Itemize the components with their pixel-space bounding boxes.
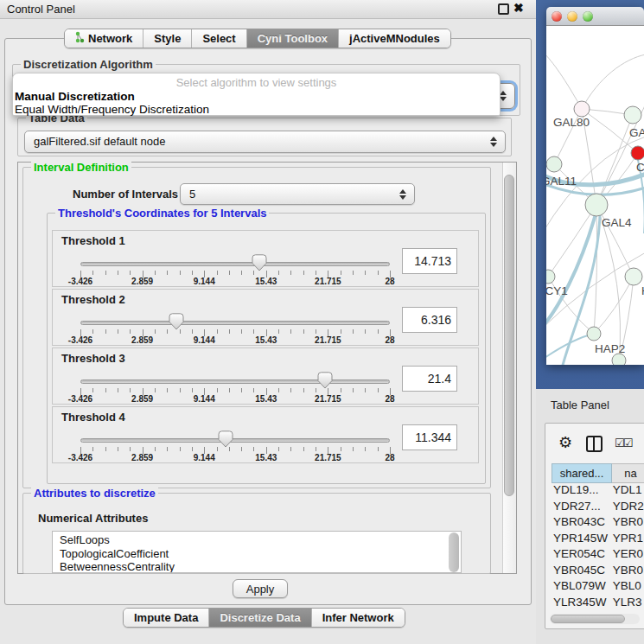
table-row[interactable]: YBR043CYBR0 (552, 515, 644, 532)
threshold-label: Threshold 2 (61, 293, 125, 306)
node-label-c: C (636, 161, 644, 174)
threshold-panel-4: Threshold 4-3.4262.8599.14415.4321.71528… (52, 406, 479, 463)
threshold-value-field[interactable]: 6.316 (402, 307, 457, 333)
cell-shared-name: YDL19... (552, 483, 613, 500)
slider-thumb[interactable] (317, 372, 333, 389)
slider-thumb[interactable] (218, 430, 233, 448)
table-row[interactable]: YBR045CYBR0 (552, 564, 644, 580)
threshold-value-field[interactable]: 14.713 (402, 248, 457, 274)
network-node-GAL11[interactable] (546, 156, 562, 172)
slider-track[interactable] (80, 438, 390, 443)
table-scrollbar-thumb[interactable] (551, 615, 625, 623)
cell-shared-name: YBR043C (552, 515, 613, 532)
attribute-item[interactable]: BetweennessCentrality (60, 560, 461, 573)
threshold-panel-2: Threshold 2-3.4262.8599.14415.4321.71528… (52, 289, 479, 346)
table-row[interactable]: YDL19...YDL1 (552, 483, 644, 500)
algorithm-option-2[interactable]: Equal Width/Frequency Discretization (15, 103, 209, 116)
slider-tick-labels: -3.4262.8599.14415.4321.71528 (80, 335, 390, 345)
cell-shared-name: YPR145W (552, 532, 613, 548)
gear-icon[interactable]: ⚙ (558, 433, 572, 451)
algorithm-placeholder: Select algorithm to view settings (13, 76, 500, 89)
network-node-node-right-h[interactable] (625, 268, 642, 285)
network-window-titlebar[interactable] (546, 7, 644, 26)
cell-name: YER0 (613, 547, 644, 564)
settings-scrollbar-thumb[interactable] (504, 175, 514, 496)
cell-shared-name: YBR045C (552, 564, 613, 580)
slider-tick-labels: -3.4262.8599.14415.4321.71528 (80, 453, 390, 462)
close-window-icon[interactable] (552, 11, 562, 22)
attribute-item[interactable]: SelfLoops (60, 533, 461, 547)
zoom-window-icon[interactable] (583, 11, 593, 22)
split-view-icon[interactable] (586, 436, 603, 452)
tab-network[interactable]: Network (65, 29, 143, 48)
column-header-2[interactable]: na (612, 463, 644, 483)
slider-track[interactable] (80, 262, 390, 266)
slider-thumb[interactable] (252, 254, 267, 271)
tab-label: jActiveMNodules (349, 32, 440, 45)
tab-label: Discretize Data (220, 611, 300, 624)
tab-jactivemnodules[interactable]: jActiveMNodules (339, 29, 450, 48)
network-nodes (546, 101, 644, 365)
tab-style[interactable]: Style (143, 29, 192, 48)
table-rows: YDL19...YDL1YDR27...YDR2YBR043CYBR0YPR14… (552, 483, 644, 611)
cell-name: YDL1 (613, 483, 644, 500)
close-panel-icon[interactable]: ✖ (513, 1, 524, 15)
cell-name: YBR0 (613, 564, 644, 580)
node-label-gal4: GAL4 (602, 216, 632, 229)
network-node-red-node[interactable] (631, 146, 644, 160)
network-node-HAP2[interactable] (587, 327, 601, 341)
slider-track[interactable] (80, 321, 390, 325)
network-view-window: GAL80GACGAL11GAL4GCY1HHAP2 (546, 7, 644, 365)
threshold-label: Threshold 1 (61, 234, 125, 247)
tab-infer-network[interactable]: Infer Network (312, 609, 405, 627)
attributes-list-scrollbar[interactable] (449, 532, 459, 572)
minimize-window-icon[interactable] (567, 11, 577, 22)
algorithm-dropdown-popup: Select algorithm to view settings Manual… (12, 73, 501, 116)
apply-button[interactable]: Apply (233, 579, 288, 598)
table-row[interactable]: YLR345WYLR3 (552, 596, 644, 612)
threshold-label: Threshold 3 (61, 352, 125, 365)
table-data-combo[interactable]: galFiltered.sif default node (24, 131, 506, 153)
threshold-label: Threshold 4 (61, 411, 125, 424)
float-panel-icon[interactable] (498, 3, 509, 15)
column-header-1[interactable]: shared... (552, 463, 612, 483)
table-row[interactable]: YER054CYER0 (552, 547, 644, 564)
network-node-GCY1[interactable] (546, 270, 555, 284)
slider-thumb[interactable] (169, 313, 184, 330)
network-node-GAL80[interactable] (574, 101, 590, 117)
network-icon (75, 31, 85, 46)
number-of-intervals-value: 5 (189, 188, 195, 201)
column-checkbox-icons[interactable]: ☑☑ (615, 437, 631, 450)
tab-select[interactable]: Select (192, 29, 246, 48)
tab-label: Style (154, 32, 181, 45)
node-label-hap2: HAP2 (595, 342, 625, 355)
tab-discretize-data[interactable]: Discretize Data (209, 609, 311, 627)
tab-label: Impute Data (134, 611, 198, 624)
number-of-intervals-combo[interactable]: 5 (180, 183, 415, 205)
slider-track[interactable] (80, 379, 390, 384)
slider-tick-labels: -3.4262.8599.14415.4321.71528 (80, 394, 390, 404)
network-node-node-top-right[interactable] (624, 106, 641, 124)
network-node-GAL4[interactable] (585, 194, 608, 216)
cell-shared-name: YER054C (552, 547, 613, 564)
attribute-item[interactable]: TopologicalCoefficient (60, 547, 461, 561)
numerical-attributes-list[interactable]: SelfLoopsTopologicalCoefficientBetweenne… (52, 531, 462, 573)
algorithm-option-1[interactable]: Manual Discretization (15, 90, 135, 103)
tab-cyni-toolbox[interactable]: Cyni Toolbox (247, 29, 339, 48)
slider-tick-labels: -3.4262.8599.14415.4321.71528 (80, 277, 390, 286)
cell-shared-name: YLR345W (552, 596, 613, 612)
numerical-attributes-label: Numerical Attributes (38, 512, 148, 525)
table-row[interactable]: YPR145WYPR1 (552, 532, 644, 548)
cell-name: YLR3 (613, 596, 644, 612)
network-canvas[interactable]: GAL80GACGAL11GAL4GCY1HHAP2 (546, 26, 644, 365)
threshold-panel-1: Threshold 1-3.4262.8599.14415.4321.71528… (52, 230, 479, 287)
cell-name: YBL0 (613, 579, 644, 596)
cyni-mode-tabs: Impute DataDiscretize DataInfer Network (123, 608, 405, 628)
combo-stepper-icon (500, 91, 507, 101)
attributes-group-title: Attributes to discretize (31, 487, 158, 500)
table-row[interactable]: YDR27...YDR2 (552, 500, 644, 516)
tab-impute-data[interactable]: Impute Data (124, 609, 209, 627)
threshold-value-field[interactable]: 21.4 (402, 366, 457, 392)
threshold-value-field[interactable]: 11.344 (402, 424, 457, 450)
table-row[interactable]: YBL079WYBL0 (552, 579, 644, 596)
